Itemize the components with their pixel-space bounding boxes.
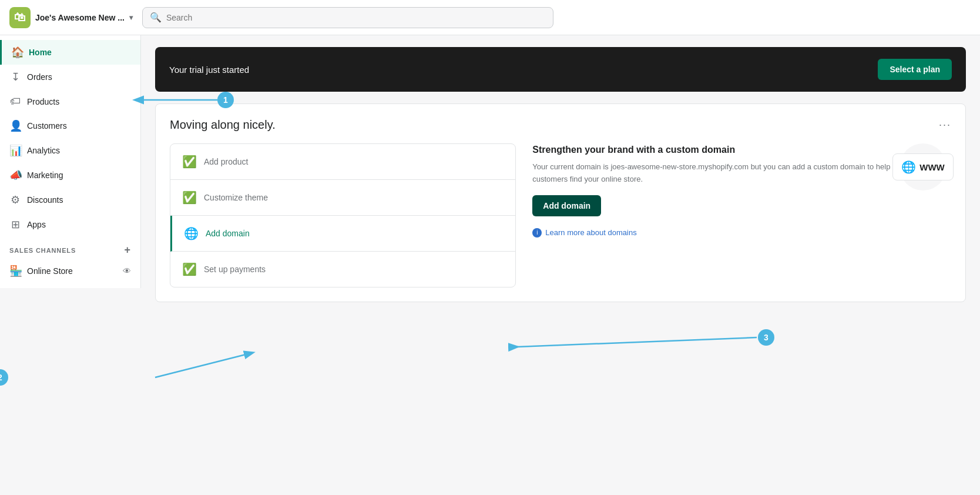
www-text: WWW [919, 162, 944, 172]
trial-text: Your trial just started [169, 65, 249, 75]
eye-icon[interactable]: 👁 [123, 266, 131, 276]
card-title: Moving along nicely. [170, 118, 276, 132]
progress-item-set-up-payments-label: Set up payments [204, 265, 266, 274]
annotation-bubble-1: 1 [217, 92, 234, 108]
store-dropdown-icon[interactable]: ▾ [129, 14, 133, 22]
domain-panel-desc: Your current domain is joes-awesome-new-… [532, 161, 900, 186]
annotation-bubble-2: 2 [0, 369, 8, 386]
home-icon: 🏠 [11, 46, 23, 59]
main-content-wrapper: Your trial just started Select a plan Mo… [141, 35, 980, 495]
apps-icon: ⊞ [9, 218, 21, 231]
online-store-label: Online Store [27, 266, 73, 276]
sidebar-item-customers[interactable]: 👤 Customers [0, 113, 140, 138]
learn-more-link[interactable]: i Learn more about domains [532, 228, 947, 238]
check-icon-add-product: ✅ [182, 155, 197, 169]
info-icon: i [532, 228, 542, 238]
sidebar-item-orders[interactable]: ↧ Orders [0, 65, 140, 89]
trial-banner: Your trial just started Select a plan [155, 47, 966, 92]
learn-more-label: Learn more about domains [545, 228, 636, 237]
add-channel-button[interactable]: + [125, 244, 131, 256]
sales-channels-header: SALES CHANNELS + [0, 237, 140, 259]
main-content: Your trial just started Select a plan Mo… [141, 35, 980, 495]
progress-card: Moving along nicely. ··· ✅ Add product ✅ [155, 103, 966, 302]
sidebar-customers-label: Customers [27, 121, 67, 131]
add-domain-button[interactable]: Add domain [532, 195, 601, 216]
card-header: Moving along nicely. ··· [170, 118, 951, 132]
domain-panel-title: Strengthen your brand with a custom doma… [532, 143, 900, 156]
sales-channels-label: SALES CHANNELS [9, 247, 76, 254]
search-bar[interactable]: 🔍 [142, 7, 553, 28]
sidebar-item-marketing[interactable]: 📣 Marketing [0, 163, 140, 188]
orders-icon: ↧ [9, 71, 21, 83]
discounts-icon: ⚙ [9, 193, 21, 206]
marketing-icon: 📣 [9, 169, 21, 182]
sidebar-item-products[interactable]: 🏷 Products [0, 89, 140, 113]
sidebar-orders-label: Orders [27, 72, 52, 82]
check-icon-customize-theme: ✅ [182, 190, 197, 205]
check-icon-set-up-payments: ✅ [182, 262, 197, 276]
sidebar-item-analytics[interactable]: 📊 Analytics [0, 138, 140, 163]
progress-item-customize-theme[interactable]: ✅ Customize theme [170, 180, 515, 216]
products-icon: 🏷 [9, 95, 21, 108]
online-store-icon: 🏪 [9, 265, 21, 277]
progress-item-customize-theme-label: Customize theme [204, 193, 268, 202]
domain-panel: Strengthen your brand with a custom doma… [528, 143, 951, 287]
more-options-icon[interactable]: ··· [939, 119, 951, 131]
search-icon: 🔍 [150, 12, 162, 23]
sidebar-home-label: Home [29, 48, 52, 57]
globe-icon-add-domain: 🌐 [184, 226, 199, 240]
select-plan-button[interactable]: Select a plan [878, 59, 952, 80]
sidebar-item-online-store[interactable]: 🏪 Online Store 👁 [0, 259, 140, 283]
www-card: 🌐 WWW [892, 153, 953, 180]
sidebar-item-home[interactable]: 🏠 Home [0, 40, 140, 65]
progress-domain-layout: ✅ Add product ✅ Customize theme 🌐 Add do… [170, 143, 951, 287]
www-icon-wrap: 🌐 WWW [900, 143, 947, 190]
progress-item-set-up-payments[interactable]: ✅ Set up payments [170, 252, 515, 287]
progress-item-add-domain-label: Add domain [206, 229, 250, 238]
store-name: Joe's Awesome New ... [35, 13, 125, 22]
topbar: 🛍 Joe's Awesome New ... ▾ 🔍 [0, 0, 980, 35]
sidebar-item-discounts[interactable]: ⚙ Discounts [0, 188, 140, 212]
sidebar-products-label: Products [27, 97, 59, 106]
progress-list: ✅ Add product ✅ Customize theme 🌐 Add do… [170, 143, 516, 287]
sidebar-apps-label: Apps [27, 220, 46, 229]
progress-item-add-product-label: Add product [204, 157, 249, 166]
sidebar-item-apps[interactable]: ⊞ Apps [0, 212, 140, 237]
sidebar-marketing-label: Marketing [27, 170, 63, 180]
sidebar-discounts-label: Discounts [27, 195, 63, 205]
sidebar: 🏠 Home ↧ Orders 🏷 Products 👤 Customers 📊… [0, 35, 141, 288]
store-logo[interactable]: 🛍 Joe's Awesome New ... ▾ [9, 7, 133, 28]
shopify-icon: 🛍 [9, 7, 31, 28]
analytics-icon: 📊 [9, 144, 21, 157]
progress-item-add-product[interactable]: ✅ Add product [170, 144, 515, 180]
sidebar-analytics-label: Analytics [27, 146, 60, 155]
www-globe-icon: 🌐 [901, 160, 916, 174]
search-input[interactable] [166, 13, 546, 22]
progress-item-add-domain[interactable]: 🌐 Add domain [170, 216, 515, 252]
customers-icon: 👤 [9, 119, 21, 132]
